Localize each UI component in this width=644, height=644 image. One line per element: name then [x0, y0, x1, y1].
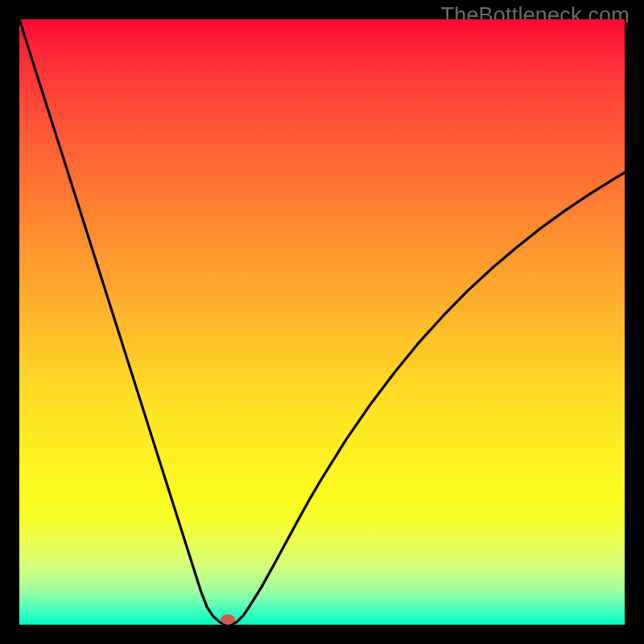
bottleneck-curve: [19, 19, 625, 625]
chart-frame: TheBottleneck.com: [0, 0, 644, 644]
plot-area: [19, 19, 625, 625]
